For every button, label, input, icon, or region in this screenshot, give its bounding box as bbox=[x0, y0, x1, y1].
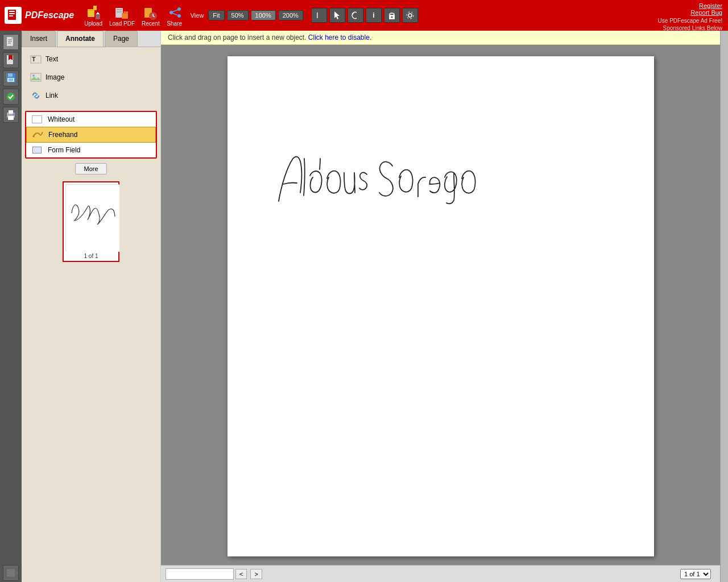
tab-annotate[interactable]: Annotate bbox=[57, 31, 104, 47]
nav-prev-button[interactable]: < bbox=[235, 569, 247, 579]
load-pdf-tool[interactable]: Load PDF bbox=[109, 5, 135, 27]
svg-rect-2 bbox=[9, 13, 15, 14]
zoom-100-btn[interactable]: 100% bbox=[251, 10, 276, 20]
svg-point-18 bbox=[169, 11, 173, 14]
whiteout-label: Whiteout bbox=[48, 115, 75, 123]
upload-label: Upload bbox=[84, 20, 102, 27]
svg-rect-40 bbox=[9, 78, 13, 81]
whiteout-tool[interactable]: Whiteout bbox=[26, 112, 156, 127]
text-tool-label: Text bbox=[46, 55, 58, 63]
search-input[interactable] bbox=[166, 568, 234, 580]
upload-tool[interactable]: Upload bbox=[84, 5, 102, 27]
svg-point-27 bbox=[391, 16, 392, 18]
svg-rect-43 bbox=[8, 116, 14, 120]
more-button[interactable]: More bbox=[75, 163, 106, 174]
load-pdf-icon bbox=[114, 5, 130, 20]
svg-point-50 bbox=[32, 74, 35, 77]
svg-text:T: T bbox=[32, 56, 36, 63]
view-controls: View Fit 50% 100% 200% bbox=[191, 10, 304, 20]
text-tool[interactable]: T Text bbox=[26, 51, 156, 68]
signature-drawing bbox=[262, 113, 546, 227]
info-text: Click and drag on page to insert a new o… bbox=[168, 34, 306, 41]
svg-rect-13 bbox=[117, 11, 122, 13]
svg-rect-46 bbox=[7, 569, 15, 577]
cursor-btn[interactable] bbox=[329, 8, 345, 23]
thumb-label: 1 of 1 bbox=[65, 253, 117, 259]
svg-marker-31 bbox=[11, 37, 13, 39]
svg-rect-32 bbox=[8, 39, 12, 40]
svg-line-21 bbox=[172, 10, 178, 12]
svg-rect-34 bbox=[8, 43, 11, 44]
svg-rect-14 bbox=[122, 13, 128, 19]
zoom-50-btn[interactable]: 50% bbox=[227, 10, 249, 20]
topbar: PDFescape Upload Load PDF bbox=[0, 0, 728, 31]
center-area: Click and drag on page to insert a new o… bbox=[161, 31, 720, 582]
share-icon bbox=[167, 5, 183, 20]
share-tool[interactable]: Share bbox=[167, 5, 183, 27]
svg-line-22 bbox=[172, 13, 178, 15]
link-tool[interactable]: Link bbox=[26, 87, 156, 104]
load-pdf-label: Load PDF bbox=[109, 20, 135, 27]
settings-btn[interactable] bbox=[402, 8, 418, 23]
svg-point-19 bbox=[177, 7, 181, 11]
canvas-wrapper[interactable] bbox=[161, 45, 720, 565]
side-icon-save[interactable] bbox=[3, 70, 19, 86]
svg-point-29 bbox=[407, 12, 413, 19]
link-tool-label: Link bbox=[46, 92, 58, 99]
image-icon bbox=[30, 71, 42, 84]
app-logo[interactable]: PDFescape bbox=[5, 7, 74, 24]
tab-page[interactable]: Page bbox=[105, 31, 138, 47]
text-cursor-btn[interactable]: I bbox=[311, 8, 327, 23]
logo-icon bbox=[5, 7, 22, 24]
svg-rect-54 bbox=[66, 185, 119, 252]
page-thumbnail[interactable]: 1 of 1 bbox=[63, 181, 119, 262]
lock-btn[interactable] bbox=[384, 8, 400, 23]
svg-marker-24 bbox=[334, 11, 340, 19]
svg-text:I: I bbox=[316, 11, 318, 20]
whiteout-icon bbox=[31, 114, 43, 124]
text-icon: T bbox=[30, 53, 42, 65]
zoom-200-btn[interactable]: 200% bbox=[278, 10, 303, 20]
side-icon-bookmark[interactable] bbox=[3, 52, 19, 68]
freehand-tool[interactable]: Freehand bbox=[26, 127, 156, 143]
side-icon-check[interactable] bbox=[3, 89, 19, 105]
image-tool[interactable]: Image bbox=[26, 69, 156, 86]
svg-point-20 bbox=[177, 14, 181, 18]
freehand-icon bbox=[31, 130, 44, 140]
svg-rect-33 bbox=[8, 41, 12, 42]
svg-marker-51 bbox=[31, 77, 41, 80]
top-right-links: Register Report Bug Use PDFescape Ad Fre… bbox=[658, 2, 722, 32]
svg-rect-12 bbox=[117, 9, 122, 10]
nav-next-button[interactable]: > bbox=[250, 569, 262, 579]
main-layout: Insert Annotate Page T Text bbox=[0, 31, 728, 582]
info-disable-link[interactable]: Click here to disable. bbox=[308, 34, 371, 41]
annotate-dropdown: Whiteout Freehand Form Field bbox=[25, 111, 157, 159]
scrollbar-track[interactable] bbox=[720, 31, 728, 582]
link-icon bbox=[30, 89, 42, 102]
recent-icon bbox=[143, 5, 159, 20]
recent-label: Recent bbox=[142, 20, 160, 27]
recent-tool[interactable]: Recent bbox=[142, 5, 160, 27]
svg-marker-10 bbox=[96, 12, 100, 14]
info-bar: Click and drag on page to insert a new o… bbox=[161, 31, 720, 45]
tabs: Insert Annotate Page bbox=[22, 31, 160, 47]
svg-rect-1 bbox=[9, 11, 15, 12]
svg-marker-15 bbox=[123, 11, 128, 14]
upload-icon bbox=[85, 5, 101, 20]
side-icon-extra[interactable] bbox=[3, 565, 19, 581]
page-select[interactable]: 1 of 1 bbox=[680, 569, 711, 579]
toolbar-right: I i bbox=[310, 8, 419, 23]
side-icon-document[interactable] bbox=[3, 34, 19, 50]
fit-btn[interactable]: Fit bbox=[208, 10, 224, 20]
ad-text: Use PDFescape Ad Free! Sponsored Links B… bbox=[658, 17, 722, 32]
formfield-tool[interactable]: Form Field bbox=[26, 143, 156, 157]
undo-btn[interactable] bbox=[348, 8, 363, 23]
report-bug-link[interactable]: Report Bug bbox=[690, 9, 722, 16]
side-icon-print[interactable] bbox=[3, 107, 19, 123]
left-panel: Insert Annotate Page T Text bbox=[22, 31, 161, 582]
info-btn[interactable]: i bbox=[366, 8, 382, 23]
image-tool-label: Image bbox=[46, 73, 64, 81]
tab-insert[interactable]: Insert bbox=[22, 31, 56, 47]
page-canvas[interactable] bbox=[228, 56, 654, 556]
register-link[interactable]: Register bbox=[699, 2, 722, 9]
